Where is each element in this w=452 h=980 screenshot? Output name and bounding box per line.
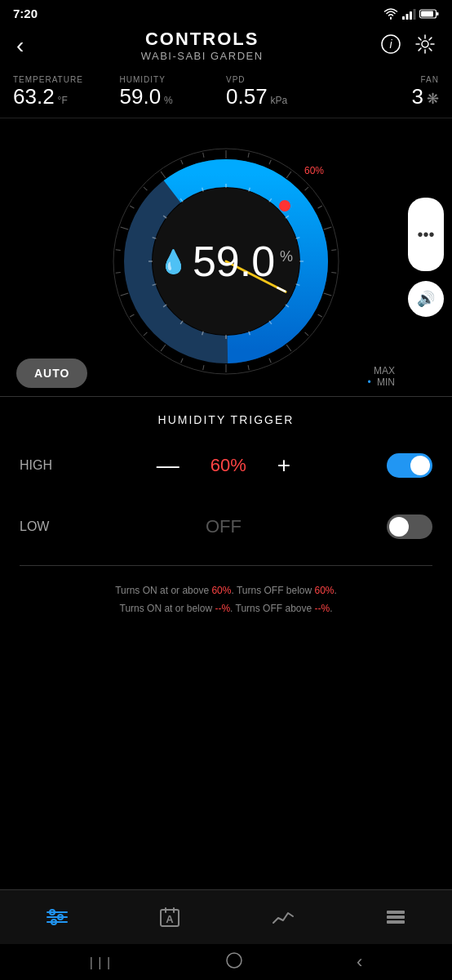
gauge-value: 59.0 [193,237,275,286]
high-increase-button[interactable]: + [269,449,299,482]
temp-label: TEMPERATURE [13,75,120,84]
svg-line-22 [305,332,308,336]
high-controls: — 60% + [60,449,387,482]
low-value: OFF [199,516,248,537]
status-icons [383,8,439,20]
chart-icon [272,908,295,926]
battery-icon [419,8,439,20]
svg-line-28 [181,359,183,363]
auto-button[interactable]: AUTO [16,359,87,388]
header-title: CONTROLS [27,29,377,50]
max-min-area: MAX • MIN [367,365,395,388]
trigger-section: HUMIDITY TRIGGER HIGH — 60% + L [0,397,452,634]
low-toggle-knob [389,517,409,537]
info-button[interactable]: i [377,30,405,60]
fan-label: FAN [333,75,440,84]
droplet-icon: 💧 [159,248,188,275]
low-controls: OFF [60,516,387,537]
vpd-label: VPD [226,75,333,84]
sound-button[interactable]: 🔊 [408,281,444,317]
header-icons: i [377,30,439,60]
gauge-target-label: 60% [304,165,324,176]
low-toggle-slider [387,514,432,539]
header-subtitle: WABI-SABI GARDEN [27,50,377,62]
high-toggle[interactable] [387,453,432,478]
high-toggle-slider [387,453,432,478]
svg-line-21 [318,314,322,317]
svg-rect-2 [410,11,412,20]
svg-line-27 [203,365,204,370]
svg-line-14 [286,172,291,178]
svg-line-32 [121,293,129,296]
high-label: HIGH [20,458,60,473]
stat-fan: FAN 3 ❋ [333,75,440,109]
humidity-label: HUMIDITY [120,75,227,84]
stat-humidity: HUMIDITY 59.0 % [120,75,227,109]
back-nav-button[interactable]: ‹ [343,948,375,976]
temp-value: 63.2 [13,84,55,109]
svg-text:i: i [389,38,392,51]
gauge-container: 💧 59.0 % 60% [104,139,348,384]
svg-line-39 [181,160,183,164]
svg-line-20 [324,293,332,296]
svg-line-36 [130,206,134,208]
signal-icon [401,8,416,20]
svg-rect-5 [436,12,439,16]
bottom-nav: A [0,889,452,944]
home-icon [225,951,243,969]
low-toggle[interactable] [387,514,432,539]
home-button[interactable] [212,948,256,977]
stat-vpd: VPD 0.57 kPa [226,75,333,109]
back-button[interactable]: ‹ [13,29,27,62]
stat-temperature: TEMPERATURE 63.2 °F [13,75,120,109]
svg-rect-80 [387,920,405,924]
trigger-divider [20,565,432,566]
svg-rect-6 [421,11,433,16]
trigger-title: HUMIDITY TRIGGER [20,413,432,426]
high-decrease-button[interactable]: — [148,449,188,482]
sound-icon: 🔊 [417,290,435,308]
svg-line-16 [318,206,322,208]
high-toggle-knob [410,456,430,475]
nav-controls-button[interactable] [33,902,82,933]
high-trigger-row: HIGH — 60% + [20,443,432,488]
minus-icon: — [157,452,179,478]
vpd-unit: kPa [271,95,288,106]
svg-rect-79 [387,915,405,919]
low-label: LOW [20,519,60,534]
fan-value: 3 [412,84,423,109]
svg-line-15 [305,187,308,190]
schedule-icon: A [159,906,180,928]
svg-point-67 [279,200,290,212]
nav-chart-button[interactable] [259,902,308,933]
svg-line-40 [203,153,204,158]
side-panel: ••• 🔊 [408,198,444,317]
recents-icon: | | | [90,956,111,969]
svg-line-19 [331,273,336,274]
nav-schedule-button[interactable]: A [146,900,193,934]
svg-line-12 [248,153,249,158]
system-nav: | | | ‹ [0,944,452,980]
wifi-icon [383,8,398,20]
gauge-center: 💧 59.0 % [159,237,293,286]
svg-line-35 [121,227,129,229]
more-options-button[interactable]: ••• [408,198,444,271]
header: ‹ CONTROLS WABI-SABI GARDEN i [0,24,452,70]
sliders-icon [46,908,69,926]
plus-icon: + [277,452,290,478]
fan-icon: ❋ [427,90,439,108]
svg-line-23 [286,345,291,351]
info-icon: i [380,33,401,55]
svg-point-9 [422,41,428,47]
svg-line-38 [161,172,166,178]
recents-button[interactable]: | | | [77,951,124,974]
gauge-section: 💧 59.0 % 60% ••• 🔊 MAX • MIN [0,118,452,396]
svg-rect-1 [406,14,409,20]
nav-list-button[interactable] [372,902,419,933]
gear-icon [414,33,436,55]
back-nav-icon: ‹ [357,951,362,972]
svg-line-37 [144,187,147,190]
settings-button[interactable] [411,30,439,60]
svg-rect-3 [414,9,416,20]
stats-row: TEMPERATURE 63.2 °F HUMIDITY 59.0 % VPD … [0,70,452,118]
